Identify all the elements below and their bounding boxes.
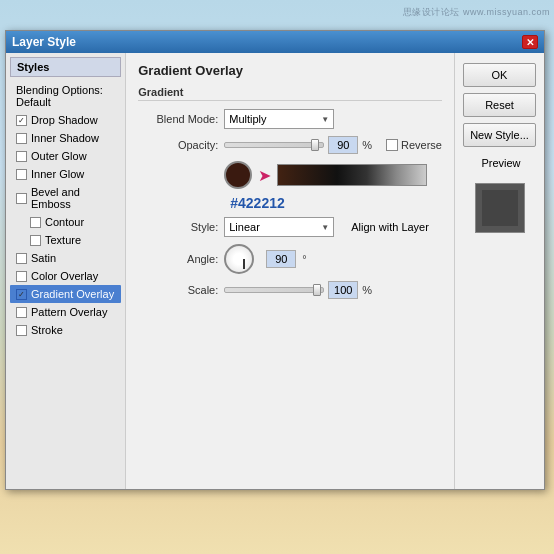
gradient-overlay-label: Gradient Overlay (31, 288, 114, 300)
stroke-checkbox[interactable] (16, 325, 27, 336)
pattern-overlay-label: Pattern Overlay (31, 306, 107, 318)
blend-mode-value: Multiply (229, 113, 266, 125)
sidebar-item-bevel-emboss[interactable]: Bevel and Emboss (10, 183, 121, 213)
angle-value[interactable]: 90 (266, 250, 296, 268)
blend-mode-row: Blend Mode: Multiply ▼ (138, 109, 442, 129)
dialog-body: Styles Blending Options: Default Drop Sh… (6, 53, 544, 489)
satin-label: Satin (31, 252, 56, 264)
layer-style-dialog: Layer Style ✕ Styles Blending Options: D… (5, 30, 545, 490)
dialog-title-bar: Layer Style ✕ (6, 31, 544, 53)
gradient-overlay-checkbox[interactable] (16, 289, 27, 300)
drop-shadow-label: Drop Shadow (31, 114, 98, 126)
align-with-layer-label[interactable]: Align with Layer (348, 221, 429, 233)
contour-checkbox[interactable] (30, 217, 41, 228)
blend-mode-dropdown[interactable]: Multiply ▼ (224, 109, 334, 129)
sidebar-item-blending-options[interactable]: Blending Options: Default (10, 81, 121, 111)
dial-line (243, 259, 245, 269)
preview-label[interactable]: Preview (463, 157, 536, 169)
reset-button[interactable]: Reset (463, 93, 536, 117)
scale-row: Scale: 100 % (138, 281, 442, 299)
dialog-title: Layer Style (12, 35, 76, 49)
sidebar-item-stroke[interactable]: Stroke (10, 321, 121, 339)
inner-shadow-label: Inner Shadow (31, 132, 99, 144)
scale-slider-track[interactable] (224, 287, 324, 293)
angle-dial[interactable] (224, 244, 254, 274)
dialog-close-button[interactable]: ✕ (522, 35, 538, 49)
scale-slider-thumb[interactable] (313, 284, 321, 296)
ok-button[interactable]: OK (463, 63, 536, 87)
scale-label: Scale: (138, 284, 218, 296)
blend-mode-arrow-icon: ▼ (321, 115, 329, 124)
left-panel: Styles Blending Options: Default Drop Sh… (6, 53, 126, 489)
watermark: 思缘设计论坛 www.missyuan.com (403, 6, 550, 19)
subsection-title: Gradient (138, 86, 442, 101)
preview-inner (482, 190, 518, 226)
contour-label: Contour (45, 216, 84, 228)
blend-mode-label: Blend Mode: (138, 113, 218, 125)
style-arrow-icon: ▼ (321, 223, 329, 232)
outer-glow-label: Outer Glow (31, 150, 87, 162)
texture-checkbox[interactable] (30, 235, 41, 246)
angle-unit: ° (302, 253, 306, 265)
scale-slider-container: 100 % (224, 281, 372, 299)
angle-label: Angle: (138, 253, 218, 265)
drop-shadow-checkbox[interactable] (16, 115, 27, 126)
satin-checkbox[interactable] (16, 253, 27, 264)
opacity-slider-thumb[interactable] (311, 139, 319, 151)
preview-box (475, 183, 525, 233)
preview-text: Preview (481, 157, 520, 169)
style-row: Style: Linear ▼ Align with Layer (138, 217, 442, 237)
stroke-label: Stroke (31, 324, 63, 336)
styles-header: Styles (10, 57, 121, 77)
hex-label: #422212 (230, 195, 285, 211)
gradient-row: ➤ (138, 161, 442, 189)
inner-glow-checkbox[interactable] (16, 169, 27, 180)
sidebar-item-inner-glow[interactable]: Inner Glow (10, 165, 121, 183)
style-label: Style: (138, 221, 218, 233)
bevel-emboss-checkbox[interactable] (16, 193, 27, 204)
reverse-checkbox-label[interactable]: Reverse (386, 139, 442, 151)
color-swatch[interactable] (224, 161, 252, 189)
section-title: Gradient Overlay (138, 63, 442, 78)
scale-unit: % (362, 284, 372, 296)
sidebar-item-drop-shadow[interactable]: Drop Shadow (10, 111, 121, 129)
reverse-checkbox[interactable] (386, 139, 398, 151)
style-dropdown[interactable]: Linear ▼ (224, 217, 334, 237)
blending-options-label: Blending Options: Default (16, 84, 115, 108)
sidebar-item-color-overlay[interactable]: Color Overlay (10, 267, 121, 285)
opacity-slider-track[interactable] (224, 142, 324, 148)
sidebar-item-pattern-overlay[interactable]: Pattern Overlay (10, 303, 121, 321)
right-panel: Gradient Overlay Gradient Blend Mode: Mu… (126, 53, 544, 489)
inner-shadow-checkbox[interactable] (16, 133, 27, 144)
align-with-layer-text: Align with Layer (351, 221, 429, 233)
sidebar-item-satin[interactable]: Satin (10, 249, 121, 267)
texture-label: Texture (45, 234, 81, 246)
bevel-emboss-label: Bevel and Emboss (31, 186, 115, 210)
gradient-bar[interactable] (277, 164, 427, 186)
opacity-slider-container: 90 % (224, 136, 372, 154)
style-value: Linear (229, 221, 260, 233)
inner-glow-label: Inner Glow (31, 168, 84, 180)
main-content-area: Gradient Overlay Gradient Blend Mode: Mu… (126, 53, 454, 489)
hex-row: #422212 (138, 191, 442, 211)
sidebar-item-inner-shadow[interactable]: Inner Shadow (10, 129, 121, 147)
opacity-unit: % (362, 139, 372, 151)
sidebar-item-contour[interactable]: Contour (10, 213, 121, 231)
opacity-value[interactable]: 90 (328, 136, 358, 154)
pattern-overlay-checkbox[interactable] (16, 307, 27, 318)
color-overlay-label: Color Overlay (31, 270, 98, 282)
opacity-label: Opacity: (138, 139, 218, 151)
opacity-row: Opacity: 90 % Reverse (138, 136, 442, 154)
angle-row: Angle: 90 ° (138, 244, 442, 274)
buttons-panel: OK Reset New Style... Preview (454, 53, 544, 489)
outer-glow-checkbox[interactable] (16, 151, 27, 162)
sidebar-item-outer-glow[interactable]: Outer Glow (10, 147, 121, 165)
scale-value[interactable]: 100 (328, 281, 358, 299)
sidebar-item-gradient-overlay[interactable]: Gradient Overlay (10, 285, 121, 303)
reverse-label: Reverse (401, 139, 442, 151)
new-style-button[interactable]: New Style... (463, 123, 536, 147)
arrow-indicator-icon: ➤ (258, 166, 271, 185)
gradient-bar-container: ➤ (224, 161, 427, 189)
color-overlay-checkbox[interactable] (16, 271, 27, 282)
sidebar-item-texture[interactable]: Texture (10, 231, 121, 249)
